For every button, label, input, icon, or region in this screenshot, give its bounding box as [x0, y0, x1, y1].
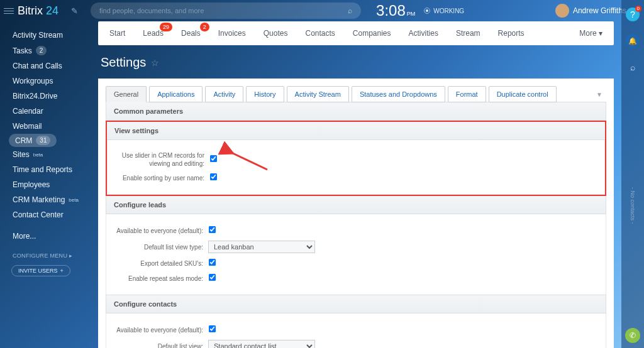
leads-view-label: Default list view type: — [114, 243, 208, 251]
tab-format[interactable]: Format — [448, 86, 486, 102]
crm-nav: Start Leads29 Deals2 Invoices Quotes Con… — [98, 21, 614, 45]
tab-activity-stream[interactable]: Activity Stream — [287, 86, 349, 102]
tab-activity[interactable]: Activity — [205, 86, 243, 102]
crm-nav-leads[interactable]: Leads29 — [143, 29, 164, 38]
search-input[interactable] — [99, 7, 348, 14]
bell-icon[interactable]: 🔔 — [626, 34, 640, 48]
opt-sort-username-label: Enable sorting by user name: — [115, 174, 209, 182]
left-sidebar: Activity Stream Tasks2 Chat and Calls Wo… — [0, 21, 93, 348]
phone-icon[interactable]: ✆ — [625, 328, 640, 343]
leads-sku-checkbox[interactable] — [209, 259, 216, 266]
sidebar-item-drive[interactable]: Bitrix24.Drive — [0, 89, 93, 104]
tab-history[interactable]: History — [246, 86, 284, 102]
invite-users-button[interactable]: INVITE USERS + — [11, 265, 70, 276]
rail-search-icon[interactable]: ⌕ — [626, 60, 640, 74]
crm-nav-more[interactable]: More ▾ — [579, 29, 602, 38]
section-configure-leads: Configure leads — [106, 195, 606, 214]
sidebar-item-more[interactable]: More... — [0, 229, 93, 244]
sidebar-item-contact-center[interactable]: Contact Center — [0, 207, 93, 222]
tab-statuses[interactable]: Statuses and Dropdowns — [352, 86, 445, 102]
logo[interactable]: Bitrix 24 — [18, 4, 58, 18]
leads-repeat-checkbox[interactable] — [209, 274, 216, 281]
opt-slider-label: Use slider in CRM records for viewing an… — [115, 151, 209, 168]
work-status[interactable]: WORKING — [424, 8, 464, 14]
crm-nav-reports[interactable]: Reports — [498, 29, 525, 38]
rail-contacts-label: - No contacts - — [630, 187, 636, 224]
sidebar-item-tasks[interactable]: Tasks2 — [0, 43, 93, 58]
section-view-settings: View settings — [107, 122, 605, 140]
configure-menu-link[interactable]: CONFIGURE MENU ▸ — [0, 253, 93, 259]
sidebar-item-webmail[interactable]: Webmail — [0, 119, 93, 134]
sidebar-item-time-reports[interactable]: Time and Reports — [0, 162, 93, 177]
opt-sort-username-checkbox[interactable] — [210, 173, 217, 180]
crm-nav-activities[interactable]: Activities — [409, 29, 438, 38]
tabs-more-icon[interactable]: ▼ — [592, 91, 606, 98]
crm-nav-invoices[interactable]: Invoices — [218, 29, 246, 38]
sidebar-item-activity-stream[interactable]: Activity Stream — [0, 28, 93, 43]
sidebar-item-chat[interactable]: Chat and Calls — [0, 58, 93, 73]
opt-slider-checkbox[interactable] — [210, 155, 217, 162]
contacts-view-label: Default list view: — [114, 342, 208, 349]
tab-applications[interactable]: Applications — [149, 86, 203, 102]
leads-sku-label: Export detailed SKU's: — [114, 259, 208, 268]
crm-nav-quotes[interactable]: Quotes — [264, 29, 288, 38]
user-name: Andrew Griffiths — [573, 6, 626, 15]
crm-nav-contacts[interactable]: Contacts — [305, 29, 335, 38]
contacts-view-select[interactable]: Standard contact list — [208, 340, 315, 348]
crm-nav-deals[interactable]: Deals2 — [181, 29, 201, 38]
sidebar-item-sites[interactable]: Sitesbeta — [0, 147, 93, 162]
sidebar-item-crm[interactable]: CRM31 — [9, 134, 57, 147]
leads-view-select[interactable]: Lead kanban — [208, 241, 315, 253]
clock[interactable]: 3:08PM — [376, 2, 415, 19]
section-configure-contacts: Configure contacts — [106, 295, 606, 313]
crm-nav-start[interactable]: Start — [109, 29, 125, 38]
sidebar-item-workgroups[interactable]: Workgroups — [0, 73, 93, 89]
page-title: Settings☆ — [101, 55, 611, 70]
tab-general[interactable]: General — [106, 86, 147, 102]
crm-nav-companies[interactable]: Companies — [353, 29, 391, 38]
star-icon[interactable]: ☆ — [151, 58, 159, 68]
leads-avail-checkbox[interactable] — [209, 226, 216, 233]
global-search[interactable]: ⌕ — [91, 3, 361, 19]
contacts-avail-label: Available to everyone (default): — [114, 326, 208, 334]
sidebar-item-crm-marketing[interactable]: CRM Marketingbeta — [0, 192, 93, 207]
section-common-parameters: Common parameters — [106, 102, 606, 121]
contacts-avail-checkbox[interactable] — [209, 325, 216, 332]
help-icon[interactable]: ?0 — [626, 8, 640, 21]
sidebar-item-calendar[interactable]: Calendar — [0, 104, 93, 119]
hamburger-menu[interactable] — [4, 8, 14, 14]
highlight-view-settings: View settings Use slider in CRM records … — [106, 121, 606, 196]
leads-repeat-label: Enable repeat sales mode: — [114, 275, 208, 283]
leads-avail-label: Available to everyone (default): — [114, 227, 208, 235]
tab-duplicate[interactable]: Duplicate control — [489, 86, 557, 102]
crm-nav-stream[interactable]: Stream — [456, 29, 480, 38]
sidebar-item-employees[interactable]: Employees — [0, 177, 93, 192]
avatar — [555, 4, 569, 18]
search-icon[interactable]: ⌕ — [348, 6, 352, 15]
edit-icon[interactable]: ✎ — [71, 6, 78, 16]
